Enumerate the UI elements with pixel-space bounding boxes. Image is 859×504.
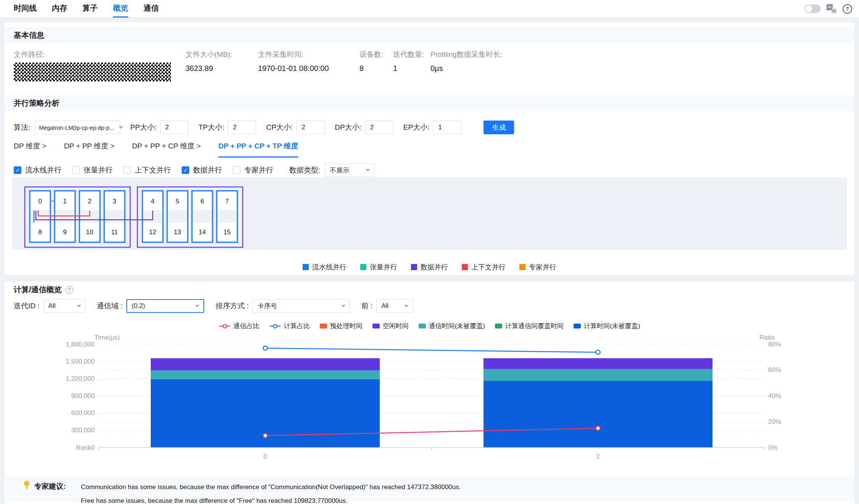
chart-legend-item[interactable]: 通信占比 [219,322,259,330]
iteration-filter-select[interactable]: All [44,299,85,313]
data-type-select[interactable]: 不展示 [325,163,374,177]
device-number: 13 [174,229,181,236]
tab-dp[interactable]: DP 维度 > [14,141,47,158]
tab-dp-pp-cp-tp[interactable]: DP + PP + CP + TP 维度 [218,141,298,158]
checkbox-box [233,166,240,174]
checkbox-data-parallel[interactable]: 数据并行 [182,165,222,175]
parallel-section-title: 并行策略分析 [14,96,854,110]
bar-segment[interactable] [483,381,712,448]
expert-advice-line: Communication has some issues, because t… [81,480,461,494]
iteration-filter-group: 迭代ID : All [14,299,85,313]
ratio-line-marker[interactable] [596,350,600,354]
bar-segment[interactable] [483,369,712,381]
chevron-down-icon [341,305,346,308]
chart-legend-item[interactable]: 计算通信间覆盖时间 [495,322,564,330]
ratio-line-marker[interactable] [263,346,268,350]
device-number: 5 [176,198,179,205]
chart-legend-label: 计算占比 [284,322,310,330]
dp-size-input[interactable]: 2 [365,121,393,134]
tab-dp-pp[interactable]: DP + PP 维度 > [64,141,114,158]
device-number: 11 [111,229,118,236]
theme-toggle[interactable] [804,5,820,13]
checkbox-context-parallel[interactable]: 上下文并行 [123,165,171,175]
device-topology-panel: 0819210311412513614715 [12,177,847,250]
top-filter-select[interactable]: All [376,299,413,313]
ratio-line-marker[interactable] [596,426,600,430]
main-card: 基本信息 文件路径: 文件大小(MB): 3623.89 文件采集时间: 197… [5,22,854,504]
parallel-checkbox-row: 流水线并行 张量并行 上下文并行 数据并行 专家并行 数据类型: 不展示 [14,163,374,177]
legend-label: 张量并行 [370,262,397,272]
y-right-tick-label: 0% [768,444,778,451]
top-filter-value: All [381,302,388,310]
x-tick-label: 0 [263,453,267,460]
swatch-icon [574,324,581,328]
comm-domain-filter-group: 通信域 : (0,2) [97,299,205,313]
y-right-tick-label: 20% [768,418,781,425]
nav-tab-communication[interactable]: 通信 [143,0,159,18]
algorithm-group: 算法: Megatron-LM(tp-cp-ep-dp-p... [14,121,120,134]
algorithm-select[interactable]: Megatron-LM(tp-cp-ep-dp-p... [34,121,120,134]
basic-info-fields: 文件路径: 文件大小(MB): 3623.89 文件采集时间: 1970-01-… [14,50,502,82]
bar-segment[interactable] [151,370,380,379]
swatch-icon [372,324,380,328]
cp-size-group: CP大小: 2 [266,121,325,134]
chart-legend-item[interactable]: 通信时间(未被覆盖) [419,322,485,330]
chart-legend-label: 计算时间(未被覆盖) [584,322,640,330]
sort-filter-select[interactable]: 卡序号 [253,299,350,313]
chart-legend-item[interactable]: 预处理时间 [320,322,363,330]
legend-item-context: 上下文并行 [462,262,506,272]
language-en-glyph: En [832,8,836,13]
tp-size-label: TP大小: [198,122,224,132]
chart-legend-item[interactable]: 计算占比 [269,322,310,330]
checkbox-label: 上下文并行 [135,165,171,175]
nav-tab-memory[interactable]: 内存 [52,0,67,18]
nav-tab-overview[interactable]: 概览 [113,0,128,18]
question-circle-icon[interactable]: ? [66,286,73,294]
expert-advice-title: 专家建议: [34,481,66,491]
y-left-tick-label: 600,000 [71,409,95,417]
checkbox-tensor-parallel[interactable]: 张量并行 [72,165,113,175]
field-label: 迭代数量: [393,50,430,60]
device-number: 8 [38,229,42,236]
checkbox-label: 专家并行 [244,165,273,175]
compute-communication-chart: 1,800,0001,500,0001,200,000900,000600,00… [5,332,854,465]
swatch-icon [320,324,327,328]
field-device-count: 设备数: 8 [359,50,393,73]
tab-dp-pp-cp[interactable]: DP + PP + CP 维度 > [132,141,201,158]
ratio-line-marker[interactable] [263,433,268,438]
chart-legend-item[interactable]: 计算时间(未被覆盖) [574,322,640,330]
chart-legend-label: 计算通信间覆盖时间 [505,322,564,330]
top-nav: 时间线 内存 算子 概览 通信 中En ? [0,0,859,18]
tp-size-input[interactable]: 2 [228,121,256,134]
nav-tab-operator[interactable]: 算子 [82,0,98,18]
sort-filter-value: 卡序号 [258,302,277,311]
chevron-down-icon [195,305,200,308]
comm-domain-filter-select[interactable]: (0,2) [126,299,204,313]
dp-size-group: DP大小: 2 [335,121,393,134]
checkbox-pipeline-parallel[interactable]: 流水线并行 [14,165,61,175]
field-collect-time: 文件采集时间: 1970-01-01 08:00:00 [258,50,333,73]
legend-item-pipeline: 流水线并行 [303,262,347,272]
chart-legend-item[interactable]: 空闲时间 [372,322,409,330]
language-icon[interactable]: 中En [827,4,836,13]
checkbox-expert-parallel[interactable]: 专家并行 [233,165,273,175]
pp-size-input[interactable]: 2 [160,121,189,134]
y-right-tick-label: 40% [768,392,781,399]
nav-tab-timeline[interactable]: 时间线 [14,0,37,18]
legend-item-expert: 专家并行 [519,262,556,272]
top-filter-label: 前 : [361,301,373,311]
cp-size-label: CP大小: [266,122,293,132]
field-value: 0μs [430,64,502,73]
legend-label: 上下文并行 [471,262,506,272]
tp-size-group: TP大小: 2 [198,121,256,134]
ep-size-input[interactable]: 1 [433,121,461,134]
chevron-down-icon [119,126,123,129]
data-type-label: 数据类型: [289,165,320,175]
generate-button[interactable]: 生成 [483,121,514,134]
y-right-tick-label: 80% [768,341,781,348]
top-filter-group: 前 : All [361,299,413,313]
bar-segment[interactable] [151,358,380,370]
cp-size-input[interactable]: 2 [297,121,325,134]
bar-segment[interactable] [483,358,712,369]
help-icon[interactable]: ? [843,4,852,14]
